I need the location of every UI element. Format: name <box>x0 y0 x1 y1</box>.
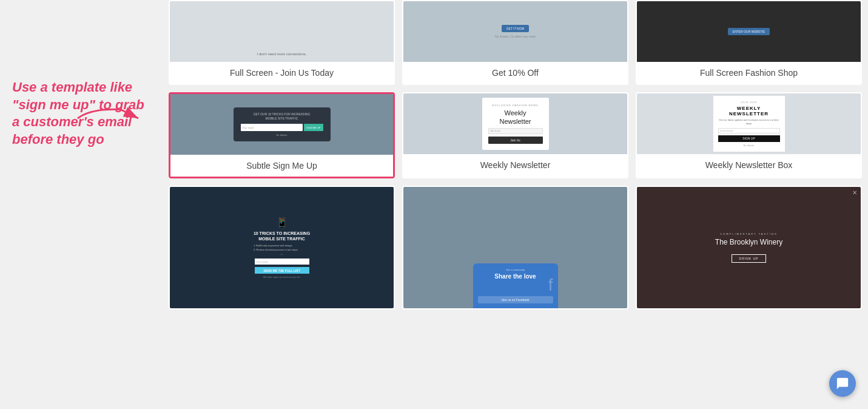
nl-title: Weekly Newsletter <box>488 109 543 125</box>
newsletter-card: EXCLUSIVE FASHION NEWS Weekly Newsletter… <box>482 98 549 149</box>
sl-join: Join a community <box>478 268 553 271</box>
nb-title: WEEKLY NEWSLETTER <box>718 106 780 117</box>
card-label-sign-me-up: Subtle Sign Me Up <box>170 155 393 177</box>
chat-bubble[interactable] <box>829 370 856 397</box>
template-card-brooklyn[interactable]: ✕ COMPLIMENTARY TASTING The Brooklyn Win… <box>636 186 862 309</box>
mt-note: We hate spam as much as you do. <box>254 275 310 279</box>
mobile-icon: 📱 <box>254 217 310 228</box>
card-label-get10: Get 10% Off <box>403 62 627 84</box>
nb-desc: Get our latest updates and exclusive acc… <box>718 118 780 125</box>
mobile-tricks-content: 📱 10 TRICKS TO INCREASING MOBILE SITE TR… <box>254 217 310 279</box>
nb-no-thanks: No thanks <box>718 144 780 147</box>
get10-get-it-now-btn: GET IT NOW <box>502 25 530 32</box>
brooklyn-content: COMPLIMENTARY TASTING The Brooklyn Winer… <box>715 232 782 263</box>
newsletter-box: JOIN OUR WEEKLY NEWSLETTER Get our lates… <box>713 95 786 152</box>
mt-item1: 1. Build truly responsive web design <box>254 244 310 247</box>
template-card-get10[interactable]: GET IT NOW No thanks, I'd rather pay mor… <box>402 0 628 85</box>
nb-input: Enter Email <box>718 128 780 134</box>
preview-text-join-us: I don't need more connections. <box>257 52 307 56</box>
template-grid: I don't need more connections. Full Scre… <box>169 0 862 309</box>
template-card-fashion[interactable]: ENTER OUR WEBSITE Full Screen Fashion Sh… <box>636 0 862 85</box>
template-card-share-love[interactable]: Join a community Share the love f Like u… <box>402 186 628 309</box>
nb-btn: SIGN UP <box>718 135 780 142</box>
widget-no-thanks: No thanks <box>241 134 323 137</box>
sign-me-up-widget: GET OUR 10 TRICKS FOR INCREASING MOBILE … <box>234 107 331 141</box>
template-card-sign-me-up[interactable]: GET OUR 10 TRICKS FOR INCREASING MOBILE … <box>169 92 395 178</box>
bk-title: The Brooklyn Winery <box>715 238 782 246</box>
card-preview-get10: GET IT NOW No thanks, I'd rather pay mor… <box>403 1 627 62</box>
share-love-widget: Join a community Share the love f Like u… <box>473 263 558 308</box>
card-preview-join-us: I don't need more connections. <box>170 1 394 62</box>
get10-no-thanks: No thanks, I'd rather pay more <box>495 35 536 38</box>
mt-dots: — <box>254 252 310 256</box>
mt-item2: 2. Reduce checkout process to two steps <box>254 248 310 251</box>
widget-input: Your email <box>241 124 303 131</box>
bk-subtitle: COMPLIMENTARY TASTING <box>715 232 782 235</box>
card-label-fashion: Full Screen Fashion Shop <box>637 62 861 84</box>
sidebar-annotation: Use a template like "sign me up" to grab… <box>0 0 163 409</box>
card-preview-mobile-tricks: 📱 10 TRICKS TO INCREASING MOBILE SITE TR… <box>170 187 394 308</box>
widget-title: GET OUR 10 TRICKS FOR INCREASING MOBILE … <box>241 112 323 121</box>
nl-btn: Join Us <box>488 137 543 144</box>
template-card-join-us[interactable]: I don't need more connections. Full Scre… <box>169 0 395 85</box>
main-content: I don't need more connections. Full Scre… <box>163 0 868 409</box>
mt-title: 10 TRICKS TO INCREASING MOBILE SITE TRAF… <box>254 231 310 242</box>
card-label-weekly-box: Weekly Newsletter Box <box>637 154 861 176</box>
sl-fb-icon: f <box>478 277 553 294</box>
nl-subtitle: EXCLUSIVE FASHION NEWS <box>488 104 543 107</box>
page-layout: Use a template like "sign me up" to grab… <box>0 0 868 409</box>
card-label-join-us: Full Screen - Join Us Today <box>170 62 394 84</box>
bk-close-icon: ✕ <box>852 189 857 196</box>
card-preview-sign-me-up: GET OUR 10 TRICKS FOR INCREASING MOBILE … <box>170 94 393 155</box>
card-preview-weekly-newsletter: EXCLUSIVE FASHION NEWS Weekly Newsletter… <box>403 93 627 154</box>
nb-join: JOIN OUR <box>718 101 780 104</box>
sl-btn: Like us on Facebook <box>478 296 553 303</box>
card-preview-share-love: Join a community Share the love f Like u… <box>403 187 627 308</box>
bk-btn: DRINK UP <box>732 254 767 263</box>
card-preview-weekly-box: JOIN OUR WEEKLY NEWSLETTER Get our lates… <box>637 93 861 154</box>
nl-input: My Email <box>488 128 543 134</box>
card-label-weekly-newsletter: Weekly Newsletter <box>403 154 627 176</box>
mt-btn: SEND ME THE FULL LIST <box>255 267 309 274</box>
template-card-weekly-newsletter[interactable]: EXCLUSIVE FASHION NEWS Weekly Newsletter… <box>402 92 628 178</box>
widget-input-row: Your email SIGN ME UP <box>241 124 323 131</box>
card-preview-fashion: ENTER OUR WEBSITE <box>637 1 861 62</box>
card-preview-brooklyn: ✕ COMPLIMENTARY TASTING The Brooklyn Win… <box>637 187 861 308</box>
annotation-arrow <box>72 106 144 133</box>
mt-input: Your email <box>255 259 309 265</box>
widget-btn: SIGN ME UP <box>304 124 323 131</box>
template-card-weekly-box[interactable]: JOIN OUR WEEKLY NEWSLETTER Get our lates… <box>636 92 862 178</box>
fashion-enter-btn: ENTER OUR WEBSITE <box>728 28 770 35</box>
template-card-mobile-tricks[interactable]: 📱 10 TRICKS TO INCREASING MOBILE SITE TR… <box>169 186 395 309</box>
